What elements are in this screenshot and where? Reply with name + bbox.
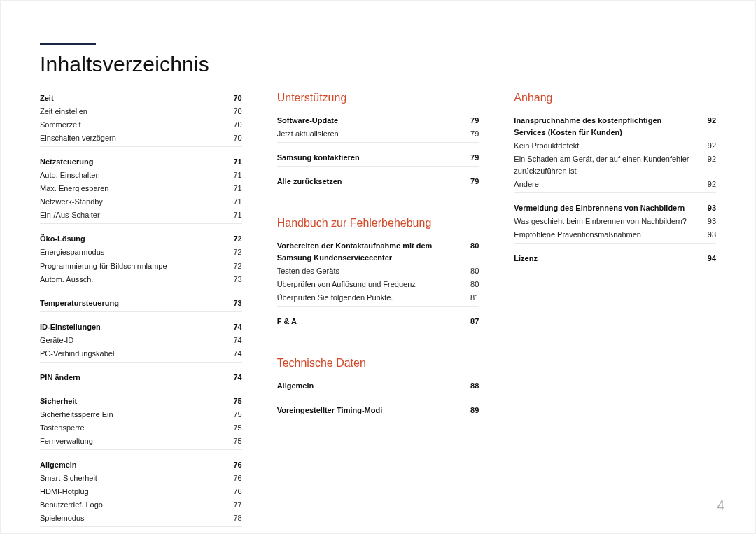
toc-entry[interactable]: Fernverwaltung75 bbox=[40, 435, 242, 448]
toc-entry[interactable]: Programmierung für Bildschirmlampe72 bbox=[40, 260, 242, 273]
section-heading: Unterstützung bbox=[277, 92, 479, 104]
toc-entry[interactable]: HDMI-Hotplug76 bbox=[40, 485, 242, 498]
page-title: Inhaltsverzeichnis bbox=[40, 52, 716, 76]
toc-entry-page: 70 bbox=[225, 106, 242, 118]
toc-entry[interactable]: Vorbereiten der Kontaktaufnahme mit dem … bbox=[277, 239, 479, 265]
toc-entry[interactable]: Max. Energiesparen71 bbox=[40, 182, 242, 195]
toc-entry-label: Vorbereiten der Kontaktaufnahme mit dem … bbox=[277, 240, 463, 264]
toc-entry[interactable]: ID-Einstellungen74 bbox=[40, 321, 242, 334]
toc-entry[interactable]: Allgemein76 bbox=[40, 458, 242, 472]
toc-entry[interactable]: Überprüfen von Auflösung und Frequenz80 bbox=[277, 278, 479, 291]
toc-entry[interactable]: Lizenz94 bbox=[514, 252, 716, 265]
toc-entry[interactable]: Sicherheit75 bbox=[40, 395, 242, 408]
toc-entry[interactable]: Software-Update79 bbox=[277, 114, 479, 127]
toc-entry-page: 89 bbox=[462, 405, 479, 416]
toc-entry-label: Voreingestellter Timing-Modi bbox=[277, 405, 463, 416]
toc-entry-label: PIN ändern bbox=[40, 372, 225, 384]
toc-entry-label: Testen des Geräts bbox=[277, 265, 463, 277]
toc-entry-page: 78 bbox=[225, 512, 242, 524]
toc-entry[interactable]: Vermeidung des Einbrennens von Nachbilde… bbox=[514, 202, 716, 215]
toc-entry-label: HDMI-Hotplug bbox=[40, 486, 225, 498]
title-rule bbox=[40, 43, 96, 45]
toc-entry[interactable]: Spielemodus78 bbox=[40, 512, 242, 525]
toc-entry-label: Benutzerdef. Logo bbox=[40, 499, 225, 511]
toc-entry-label: Überprüfen von Auflösung und Frequenz bbox=[277, 279, 463, 290]
toc-entry[interactable]: Energiesparmodus72 bbox=[40, 246, 242, 259]
toc-entry[interactable]: Benutzerdef. Logo77 bbox=[40, 498, 242, 512]
toc-entry-label: Überprüfen Sie folgenden Punkte. bbox=[277, 292, 463, 304]
toc-entry-label: Jetzt aktualisieren bbox=[277, 128, 463, 140]
toc-entry-page: 79 bbox=[462, 115, 479, 127]
toc-group: Öko-Lösung72Energiesparmodus72Programmie… bbox=[40, 232, 242, 288]
toc-entry[interactable]: Autom. Aussch.73 bbox=[40, 273, 242, 286]
toc-entry[interactable]: F & A87 bbox=[277, 315, 479, 328]
toc-entry-label: Autom. Aussch. bbox=[40, 274, 225, 286]
toc-entry-label: Software-Update bbox=[277, 115, 463, 127]
toc-entry-page: 74 bbox=[225, 335, 242, 346]
toc-entry[interactable]: Voreingestellter Timing-Modi89 bbox=[277, 404, 479, 417]
toc-entry[interactable]: Ein Schaden am Gerät, der auf einen Kund… bbox=[514, 153, 716, 178]
toc-columns: Zeit70Zeit einstellen70Sommerzeit70Einsc… bbox=[40, 92, 716, 534]
toc-group: Netzsteuerung71Auto. Einschalten71Max. E… bbox=[40, 155, 242, 224]
toc-entry[interactable]: Andere92 bbox=[514, 178, 716, 191]
block-spacer bbox=[277, 339, 479, 357]
toc-group: Software-Update79Jetzt aktualisieren79 bbox=[277, 114, 479, 143]
toc-entry[interactable]: Ein-/Aus-Schalter71 bbox=[40, 209, 242, 222]
toc-entry-label: Inanspruchnahme des kostenpflichtigen Se… bbox=[514, 115, 699, 139]
toc-entry[interactable]: Empfohlene Präventionsmaßnahmen93 bbox=[514, 228, 716, 241]
toc-group: Allgemein88 bbox=[277, 379, 479, 395]
toc-entry-label: Energiesparmodus bbox=[40, 246, 225, 258]
toc-entry-page: 93 bbox=[699, 202, 716, 214]
toc-entry[interactable]: Überprüfen Sie folgenden Punkte.81 bbox=[277, 291, 479, 304]
toc-entry-label: Fernverwaltung bbox=[40, 435, 225, 447]
toc-entry[interactable]: PIN ändern74 bbox=[40, 371, 242, 384]
toc-entry-label: Max. Energiesparen bbox=[40, 183, 225, 195]
toc-entry[interactable]: Testen des Geräts80 bbox=[277, 265, 479, 278]
toc-entry[interactable]: Öko-Lösung72 bbox=[40, 232, 242, 246]
page-number: 4 bbox=[717, 498, 724, 514]
toc-entry[interactable]: Allgemein88 bbox=[277, 379, 479, 393]
toc-entry-label: Einschalten verzögern bbox=[40, 132, 225, 144]
section-heading: Anhang bbox=[514, 92, 716, 104]
toc-entry[interactable]: Tastensperre75 bbox=[40, 421, 242, 435]
toc-entry-label: Ein-/Aus-Schalter bbox=[40, 209, 225, 221]
toc-entry[interactable]: Auto. Einschalten71 bbox=[40, 169, 242, 182]
toc-entry[interactable]: Kein Produktdefekt92 bbox=[514, 139, 716, 153]
toc-entry-label: Netzsteuerung bbox=[40, 156, 225, 168]
toc-entry-page: 70 bbox=[225, 132, 242, 144]
toc-entry[interactable]: Geräte-ID74 bbox=[40, 334, 242, 347]
block-spacer bbox=[277, 199, 479, 217]
toc-group: ID-Einstellungen74Geräte-ID74PC-Verbindu… bbox=[40, 321, 242, 363]
toc-entry-page: 92 bbox=[699, 178, 716, 190]
toc-column-2: UnterstützungSoftware-Update79Jetzt aktu… bbox=[277, 92, 479, 534]
toc-entry[interactable]: Smart-Sicherheit76 bbox=[40, 472, 242, 485]
toc-group: Temperatursteuerung73 bbox=[40, 297, 242, 312]
toc-entry-page: 80 bbox=[462, 240, 479, 252]
toc-entry[interactable]: Zeit70 bbox=[40, 92, 242, 105]
toc-entry[interactable]: Alle zurücksetzen79 bbox=[277, 175, 479, 188]
toc-entry[interactable]: Einschalten verzögern70 bbox=[40, 132, 242, 145]
toc-entry[interactable]: Sommerzeit70 bbox=[40, 118, 242, 132]
toc-entry[interactable]: PC-Verbindungskabel74 bbox=[40, 347, 242, 360]
toc-entry-label: Ein Schaden am Gerät, der auf einen Kund… bbox=[514, 153, 699, 177]
toc-entry[interactable]: Netzsteuerung71 bbox=[40, 155, 242, 169]
toc-entry[interactable]: Temperatursteuerung73 bbox=[40, 297, 242, 310]
toc-entry[interactable]: Jetzt aktualisieren79 bbox=[277, 127, 479, 141]
toc-group: F & A87 bbox=[277, 315, 479, 330]
toc-entry-label: PC-Verbindungskabel bbox=[40, 348, 225, 360]
toc-entry[interactable]: Was geschieht beim Einbrennen von Nachbi… bbox=[514, 215, 716, 228]
toc-entry[interactable]: Inanspruchnahme des kostenpflichtigen Se… bbox=[514, 114, 716, 139]
toc-entry[interactable]: Zeit einstellen70 bbox=[40, 105, 242, 118]
toc-entry-label: F & A bbox=[277, 316, 463, 328]
toc-entry-page: 74 bbox=[225, 321, 242, 333]
toc-entry[interactable]: Samsung kontaktieren79 bbox=[277, 151, 479, 164]
toc-entry-page: 73 bbox=[225, 274, 242, 286]
toc-group: Voreingestellter Timing-Modi89 bbox=[277, 404, 479, 419]
toc-entry[interactable]: Sicherheitssperre Ein75 bbox=[40, 408, 242, 421]
toc-entry-label: Andere bbox=[514, 178, 699, 190]
toc-entry-page: 73 bbox=[225, 297, 242, 309]
toc-entry[interactable]: Netzwerk-Standby71 bbox=[40, 195, 242, 209]
toc-entry-page: 87 bbox=[462, 316, 479, 328]
toc-entry-page: 71 bbox=[225, 156, 242, 168]
toc-entry-label: Samsung kontaktieren bbox=[277, 152, 463, 164]
